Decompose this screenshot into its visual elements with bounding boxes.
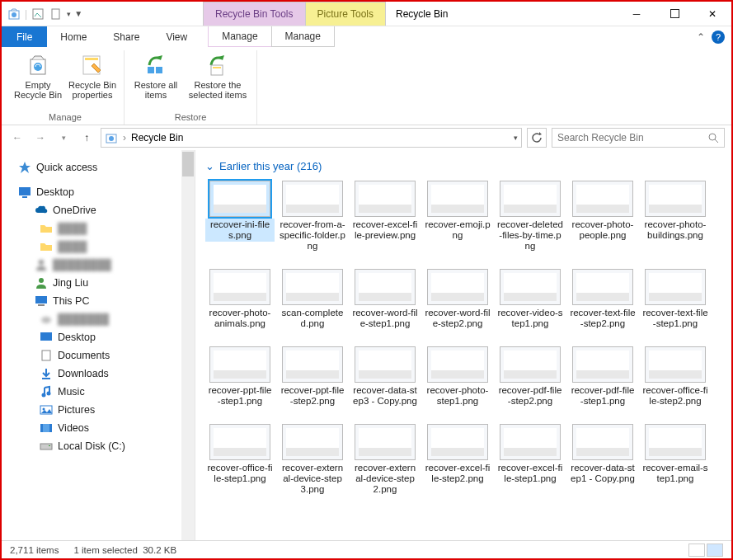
- address-bar[interactable]: › Recycle Bin ▾: [101, 128, 522, 148]
- sidebar-scrollbar[interactable]: [181, 150, 195, 540]
- up-button[interactable]: ↑: [78, 129, 96, 147]
- file-item[interactable]: recover-word-file-step2.png: [423, 269, 492, 330]
- svg-rect-11: [211, 65, 223, 75]
- tab-view[interactable]: View: [153, 26, 200, 47]
- file-item[interactable]: recover-ppt-file-step2.png: [278, 346, 347, 407]
- tree-folder-blur1[interactable]: ████: [2, 219, 195, 238]
- file-item[interactable]: recover-ini-files.png: [205, 181, 275, 252]
- search-input[interactable]: [557, 132, 707, 144]
- file-thumbnail: [427, 269, 488, 305]
- tree-downloads[interactable]: Downloads: [2, 365, 195, 383]
- file-item[interactable]: recover-photo-step1.png: [423, 346, 492, 407]
- file-item[interactable]: recover-word-file-step1.png: [350, 269, 420, 330]
- tab-share[interactable]: Share: [100, 26, 153, 47]
- maximize-button[interactable]: [655, 2, 693, 26]
- details-view-button[interactable]: [688, 544, 705, 557]
- tree-local-disk[interactable]: Local Disk (C:): [2, 437, 195, 455]
- folder-icon: [40, 222, 53, 235]
- breadcrumb-location[interactable]: Recycle Bin: [131, 132, 183, 144]
- close-button[interactable]: ✕: [693, 2, 731, 26]
- file-name: recover-office-file-step1.png: [205, 462, 275, 485]
- file-thumbnail: [427, 181, 488, 217]
- file-item[interactable]: recover-pdf-file-step1.png: [568, 346, 637, 407]
- file-item[interactable]: scan-completed.png: [278, 269, 347, 330]
- file-item[interactable]: recover-deleted-files-by-time.png: [496, 181, 565, 252]
- file-name: recover-pdf-file-step2.png: [496, 384, 565, 407]
- file-item[interactable]: recover-pdf-file-step2.png: [496, 346, 565, 407]
- qat-dropdown-icon[interactable]: ▾: [67, 10, 71, 18]
- file-name: recover-ppt-file-step2.png: [278, 384, 347, 407]
- file-thumbnail: [209, 269, 270, 305]
- file-item[interactable]: recover-data-step3 - Copy.png: [350, 346, 420, 407]
- properties-icon[interactable]: [31, 7, 45, 21]
- recycle-bin-properties-button[interactable]: Recycle Bin properties: [68, 50, 117, 111]
- tab-manage-recyclebin[interactable]: Manage: [208, 26, 271, 47]
- navigation-pane[interactable]: Quick access Desktop OneDrive ████ ████ …: [2, 150, 195, 540]
- tree-onedrive[interactable]: OneDrive: [2, 201, 195, 219]
- ribbon-tabs: File Home Share View Manage Manage ⌃ ?: [2, 26, 731, 47]
- context-tab-recyclebin-tools[interactable]: Recycle Bin Tools: [203, 2, 306, 26]
- file-item[interactable]: recover-photo-animals.png: [205, 269, 275, 330]
- tree-jing-liu[interactable]: Jing Liu: [2, 274, 195, 292]
- file-item[interactable]: recover-ppt-file-step1.png: [205, 346, 275, 407]
- file-item[interactable]: recover-photo-buildings.png: [641, 181, 710, 252]
- restore-all-button[interactable]: Restore all items: [131, 50, 181, 111]
- tree-documents[interactable]: Documents: [2, 346, 195, 365]
- tree-this-pc[interactable]: This PC: [2, 292, 195, 310]
- file-item[interactable]: recover-emoji.png: [423, 181, 492, 252]
- tree-user-blur[interactable]: ████████: [2, 256, 195, 274]
- file-item[interactable]: recover-office-file-step2.png: [641, 346, 710, 407]
- tree-blur4[interactable]: ███████: [2, 310, 195, 328]
- chevron-down-icon[interactable]: ⌄: [205, 160, 214, 172]
- search-box[interactable]: [552, 128, 725, 148]
- tree-desktop[interactable]: Desktop: [2, 183, 195, 201]
- forward-button[interactable]: →: [31, 129, 49, 147]
- ribbon: Empty Recycle Bin Recycle Bin properties…: [2, 47, 731, 125]
- file-name: recover-word-file-step1.png: [350, 307, 420, 330]
- tree-desktop2[interactable]: Desktop: [2, 328, 195, 346]
- qat-overflow-icon[interactable]: ▼: [74, 9, 82, 18]
- file-item[interactable]: recover-office-file-step1.png: [205, 424, 275, 496]
- tab-file[interactable]: File: [2, 26, 47, 47]
- tree-quick-access[interactable]: Quick access: [2, 158, 195, 176]
- restore-selected-button[interactable]: Restore the selected items: [186, 50, 250, 111]
- breadcrumb-sep-icon[interactable]: ›: [123, 132, 126, 144]
- file-item[interactable]: recover-external-device-step3.png: [278, 424, 347, 496]
- tree-videos[interactable]: Videos: [2, 419, 195, 437]
- content-area[interactable]: ⌄ Earlier this year (216) recover-ini-fi…: [195, 150, 731, 540]
- file-name: recover-excel-file-preview.png: [350, 219, 420, 242]
- back-button[interactable]: ←: [8, 129, 26, 147]
- svg-rect-17: [19, 187, 31, 195]
- file-item[interactable]: recover-text-file-step2.png: [568, 269, 637, 330]
- file-item[interactable]: recover-text-file-step1.png: [641, 269, 710, 330]
- tree-pictures[interactable]: Pictures: [2, 401, 195, 419]
- file-item[interactable]: recover-email-step1.png: [641, 424, 710, 496]
- tab-manage-picture[interactable]: Manage: [271, 26, 335, 47]
- group-header[interactable]: ⌄ Earlier this year (216): [205, 160, 721, 172]
- folder-icon: [40, 240, 53, 253]
- ribbon-collapse-icon[interactable]: ⌃: [697, 31, 705, 43]
- tree-music[interactable]: Music: [2, 383, 195, 401]
- file-item[interactable]: recover-data-step1 - Copy.png: [568, 424, 637, 496]
- file-item[interactable]: recover-external-device-step2.png: [350, 424, 420, 496]
- address-dropdown-icon[interactable]: ▾: [514, 134, 518, 142]
- file-item[interactable]: recover-excel-file-step1.png: [496, 424, 565, 496]
- empty-recycle-bin-button[interactable]: Empty Recycle Bin: [13, 50, 63, 111]
- file-item[interactable]: recover-photo-people.png: [568, 181, 637, 252]
- file-item[interactable]: recover-excel-file-step2.png: [423, 424, 492, 496]
- help-icon[interactable]: ?: [712, 31, 725, 44]
- file-name: recover-external-device-step3.png: [278, 462, 347, 496]
- context-tab-picture-tools[interactable]: Picture Tools: [305, 2, 386, 26]
- file-item[interactable]: recover-excel-file-preview.png: [350, 181, 420, 252]
- recycle-bin-icon: [7, 7, 21, 21]
- new-doc-icon[interactable]: [49, 7, 63, 21]
- refresh-button[interactable]: [527, 128, 547, 148]
- file-item[interactable]: recover-from-a-specific-folder.png: [278, 181, 347, 252]
- tab-home[interactable]: Home: [47, 26, 100, 47]
- file-item[interactable]: recover-video-step1.png: [496, 269, 565, 330]
- tree-folder-blur2[interactable]: ████: [2, 238, 195, 256]
- recent-dropdown-icon[interactable]: ▾: [54, 129, 73, 147]
- search-icon[interactable]: [707, 132, 719, 144]
- minimize-button[interactable]: ─: [618, 2, 655, 26]
- icons-view-button[interactable]: [707, 544, 723, 557]
